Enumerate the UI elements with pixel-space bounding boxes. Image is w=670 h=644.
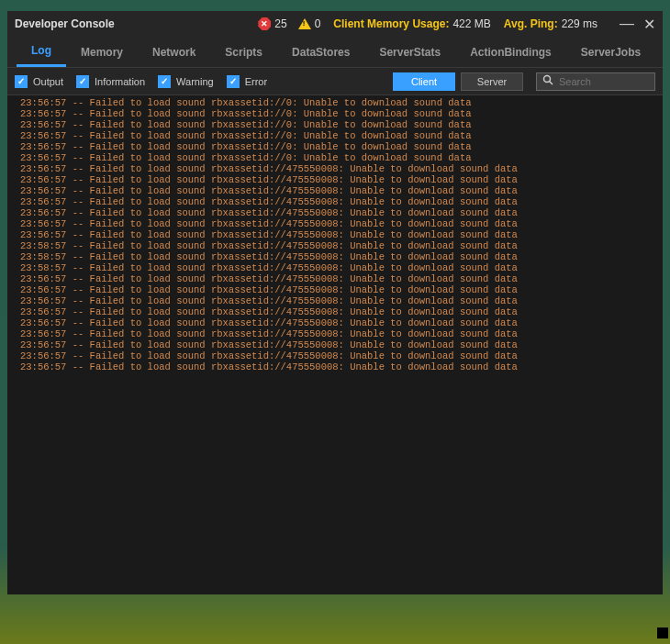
filter-bar: Output Information Warning Error Client … [7,68,663,95]
log-line: 23:56:57 -- Failed to load sound rbxasse… [7,97,663,108]
svg-point-0 [544,76,551,83]
error-count: ✕ 25 [258,17,286,30]
developer-console: Developer Console ✕ 25 0 Client Memory U… [7,11,663,594]
tab-log[interactable]: Log [17,37,66,67]
search-box[interactable] [536,72,655,91]
tab-memory[interactable]: Memory [66,37,138,67]
filter-error-label: Error [245,76,267,87]
tab-datastores[interactable]: DataStores [277,37,364,67]
warning-count: 0 [298,17,321,30]
checkbox-error[interactable] [227,75,240,88]
log-line: 23:56:57 -- Failed to load sound rbxasse… [7,119,663,130]
log-line: 23:56:57 -- Failed to load sound rbxasse… [7,185,663,196]
checkbox-warning[interactable] [158,75,171,88]
checkbox-information[interactable] [76,75,89,88]
log-line: 23:56:57 -- Failed to load sound rbxasse… [7,152,663,163]
server-button[interactable]: Server [461,72,523,91]
ping-value: 229 ms [562,17,597,30]
ping-label: Avg. Ping: [504,17,558,30]
window-title: Developer Console [15,17,115,30]
log-line: 23:56:57 -- Failed to load sound rbxasse… [7,174,663,185]
log-line: 23:56:57 -- Failed to load sound rbxasse… [7,317,663,328]
tab-network[interactable]: Network [138,37,210,67]
log-line: 23:56:57 -- Failed to load sound rbxasse… [7,295,663,306]
client-button[interactable]: Client [393,72,455,91]
log-line: 23:56:57 -- Failed to load sound rbxasse… [7,163,663,174]
log-line: 23:58:57 -- Failed to load sound rbxasse… [7,240,663,251]
log-line: 23:56:57 -- Failed to load sound rbxasse… [7,207,663,218]
corner-handle [657,627,668,638]
memory-label: Client Memory Usage: [333,17,449,30]
tab-microprofiler[interactable]: MicroProfiler [655,37,670,67]
close-button[interactable]: ✕ [643,16,655,33]
log-line: 23:56:57 -- Failed to load sound rbxasse… [7,130,663,141]
log-output[interactable]: 23:56:57 -- Failed to load sound rbxasse… [7,95,663,594]
tab-actionbindings[interactable]: ActionBindings [455,37,566,67]
tab-serverjobs[interactable]: ServerJobs [566,37,655,67]
log-line: 23:56:57 -- Failed to load sound rbxasse… [7,218,663,229]
minimize-button[interactable]: — [620,16,634,32]
filter-information-label: Information [95,76,145,87]
svg-line-1 [550,82,553,85]
memory-value: 422 MB [452,17,490,30]
log-line: 23:56:57 -- Failed to load sound rbxasse… [7,350,663,361]
log-line: 23:56:57 -- Failed to load sound rbxasse… [7,361,663,372]
error-icon: ✕ [258,17,271,30]
log-line: 23:58:57 -- Failed to load sound rbxasse… [7,262,663,273]
log-line: 23:56:57 -- Failed to load sound rbxasse… [7,273,663,284]
tab-serverstats[interactable]: ServerStats [364,37,455,67]
log-line: 23:56:57 -- Failed to load sound rbxasse… [7,339,663,350]
tab-scripts[interactable]: Scripts [210,37,277,67]
warning-icon [298,18,311,29]
search-input[interactable] [559,76,670,87]
titlebar: Developer Console ✕ 25 0 Client Memory U… [7,11,663,37]
filter-warning-label: Warning [176,76,214,87]
log-line: 23:56:57 -- Failed to load sound rbxasse… [7,229,663,240]
log-line: 23:56:57 -- Failed to load sound rbxasse… [7,196,663,207]
log-line: 23:56:57 -- Failed to load sound rbxasse… [7,108,663,119]
log-line: 23:58:57 -- Failed to load sound rbxasse… [7,251,663,262]
tab-bar: LogMemoryNetworkScriptsDataStoresServerS… [7,37,663,68]
search-icon [542,74,553,88]
log-line: 23:56:57 -- Failed to load sound rbxasse… [7,141,663,152]
log-line: 23:56:57 -- Failed to load sound rbxasse… [7,306,663,317]
warning-count-value: 0 [315,17,321,30]
filter-output-label: Output [33,76,63,87]
checkbox-output[interactable] [15,75,28,88]
log-line: 23:56:57 -- Failed to load sound rbxasse… [7,284,663,295]
error-count-value: 25 [274,17,286,30]
log-line: 23:56:57 -- Failed to load sound rbxasse… [7,328,663,339]
